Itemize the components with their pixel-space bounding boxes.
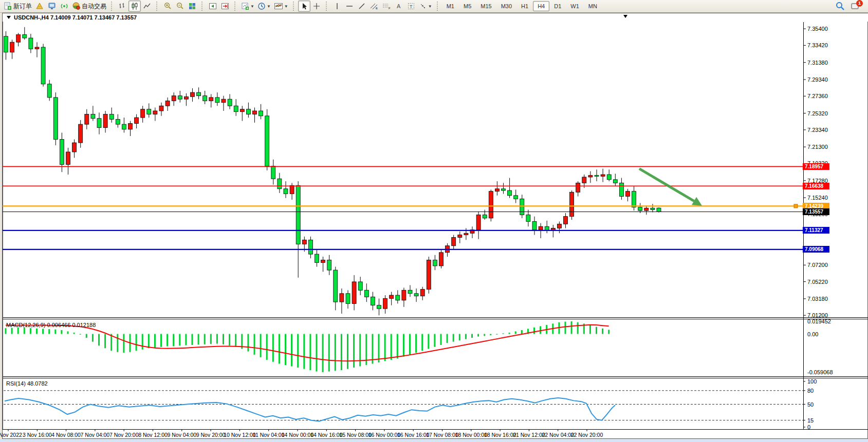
axis-tick-label: 7.01200 bbox=[807, 312, 828, 318]
indicators-icon bbox=[274, 2, 283, 10]
chart-shift-button[interactable] bbox=[219, 1, 231, 12]
new-chart-button[interactable]: ▼ bbox=[239, 1, 256, 12]
tf-m1-button[interactable]: M1 bbox=[442, 1, 459, 11]
bear-candle bbox=[334, 270, 338, 302]
bear-candle bbox=[308, 240, 312, 254]
vertical-line-tool[interactable] bbox=[331, 1, 343, 12]
pyramid-button[interactable] bbox=[33, 1, 46, 12]
tf-m5-button[interactable]: M5 bbox=[459, 1, 476, 11]
notification-button[interactable]: 1 bbox=[851, 1, 862, 11]
signal-button[interactable] bbox=[58, 1, 70, 12]
macd-histogram-bar bbox=[415, 334, 417, 353]
macd-histogram-bar bbox=[167, 334, 168, 347]
macd-histogram-bar bbox=[490, 334, 491, 336]
text-tool[interactable]: A bbox=[393, 1, 405, 12]
bear-candle bbox=[41, 47, 45, 84]
bull-candle bbox=[209, 98, 213, 101]
axis-tick-label: 7.33420 bbox=[807, 42, 828, 48]
search-icon[interactable] bbox=[835, 1, 845, 11]
bull-candle bbox=[191, 92, 195, 97]
bull-candle bbox=[539, 226, 543, 230]
tf-w1-button[interactable]: W1 bbox=[566, 1, 584, 11]
tf-m30-button[interactable]: M30 bbox=[496, 1, 516, 11]
trend-arrow[interactable] bbox=[639, 169, 702, 206]
bear-candle bbox=[632, 191, 636, 207]
equidistant-channel-tool[interactable]: E bbox=[368, 1, 380, 12]
macd-histogram-bar bbox=[86, 334, 87, 338]
tf-m15-button[interactable]: M15 bbox=[476, 1, 496, 11]
indicators-button[interactable]: ▼ bbox=[272, 1, 290, 12]
macd-histogram-bar bbox=[5, 328, 7, 334]
auto-scroll-button[interactable] bbox=[207, 1, 219, 12]
macd-histogram-bar bbox=[272, 334, 274, 362]
tf-h4-button[interactable]: H4 bbox=[533, 1, 549, 11]
time-axis-label: 22 Nov 04:00 bbox=[542, 432, 574, 438]
axis-tick-label: 7.31380 bbox=[807, 60, 828, 66]
bar-chart-icon bbox=[118, 2, 126, 10]
arrows-tool[interactable]: ▼ bbox=[417, 1, 434, 12]
macd-histogram-bar bbox=[477, 334, 479, 337]
chart-title: USDCNH-,H4 7.14009 7.14071 7.13467 7.135… bbox=[14, 14, 137, 21]
time-axis-label: 7 Nov 04:00 bbox=[81, 432, 110, 438]
price-line-label: 7.16638 bbox=[803, 183, 829, 189]
zoom-in-button[interactable] bbox=[161, 1, 174, 12]
time-axis-label: 11 Nov 04:00 bbox=[253, 432, 285, 438]
chart-menu-triangle-icon[interactable] bbox=[7, 16, 11, 19]
period-button[interactable]: ▼ bbox=[256, 1, 272, 12]
bull-candle bbox=[588, 176, 593, 177]
macd-histogram-bar bbox=[428, 334, 429, 349]
tf-h1-button[interactable]: H1 bbox=[516, 1, 533, 11]
chart-window[interactable]: 7.354007.334207.313807.293407.273607.253… bbox=[2, 13, 868, 439]
macd-histogram-bar bbox=[596, 327, 597, 334]
bull-candle bbox=[383, 299, 387, 309]
monitor-button[interactable] bbox=[46, 1, 58, 12]
macd-histogram-bar bbox=[571, 321, 572, 334]
axis-tick-label: 0.019452 bbox=[807, 318, 831, 324]
bear-candle bbox=[60, 139, 64, 164]
trendline-tool[interactable] bbox=[356, 1, 368, 12]
status-bar bbox=[0, 439, 868, 442]
horizontal-line-tool[interactable] bbox=[343, 1, 356, 12]
autotrading-button[interactable]: 自动交易 bbox=[70, 1, 108, 12]
time-axis-label: 10 Nov 12:00 bbox=[224, 432, 255, 438]
zoom-out-button[interactable] bbox=[174, 1, 186, 12]
tile-windows-button[interactable] bbox=[186, 1, 198, 12]
one-click-arrow-icon[interactable] bbox=[623, 15, 627, 18]
bull-candle bbox=[221, 99, 226, 103]
price-line-label: 7.11327 bbox=[803, 227, 829, 234]
line-chart-button[interactable] bbox=[141, 1, 153, 12]
bear-candle bbox=[613, 180, 617, 183]
chart-shift-icon bbox=[221, 2, 229, 10]
text-label-tool[interactable]: T bbox=[405, 1, 417, 12]
candlestick-chart-button[interactable] bbox=[128, 1, 141, 12]
macd-histogram-bar bbox=[384, 334, 386, 361]
bull-candle bbox=[452, 237, 456, 245]
macd-histogram-bar bbox=[254, 334, 255, 355]
macd-histogram-bar bbox=[285, 334, 286, 366]
chart-area[interactable]: 7.354007.334207.313807.293407.273607.253… bbox=[3, 13, 868, 439]
bear-candle bbox=[4, 36, 8, 52]
time-axis-label: 18 Nov 16:00 bbox=[484, 432, 516, 438]
chevron-down-icon: ▼ bbox=[267, 4, 271, 9]
tf-d1-button[interactable]: D1 bbox=[549, 1, 566, 11]
macd-histogram-bar bbox=[229, 334, 230, 346]
crosshair-tool-button[interactable] bbox=[310, 1, 323, 12]
macd-histogram-bar bbox=[266, 334, 268, 360]
cursor-tool-button[interactable] bbox=[298, 1, 310, 12]
fibonacci-tool[interactable]: F bbox=[380, 1, 393, 12]
rsi-line bbox=[5, 398, 615, 421]
new-order-button[interactable]: 新订单 bbox=[2, 1, 33, 12]
bull-candle bbox=[79, 124, 83, 143]
macd-histogram-bar bbox=[303, 334, 305, 369]
pyramid-icon bbox=[35, 2, 44, 10]
bear-candle bbox=[371, 297, 375, 305]
macd-histogram-bar bbox=[73, 333, 75, 334]
bull-candle bbox=[290, 185, 294, 194]
bar-chart-button[interactable] bbox=[116, 1, 128, 12]
macd-histogram-bar bbox=[397, 334, 398, 359]
macd-histogram-bar bbox=[104, 334, 106, 349]
bull-candle bbox=[165, 101, 170, 106]
macd-histogram-bar bbox=[154, 334, 156, 348]
text-label-icon: T bbox=[407, 2, 415, 10]
tf-mn-button[interactable]: MN bbox=[584, 1, 602, 11]
